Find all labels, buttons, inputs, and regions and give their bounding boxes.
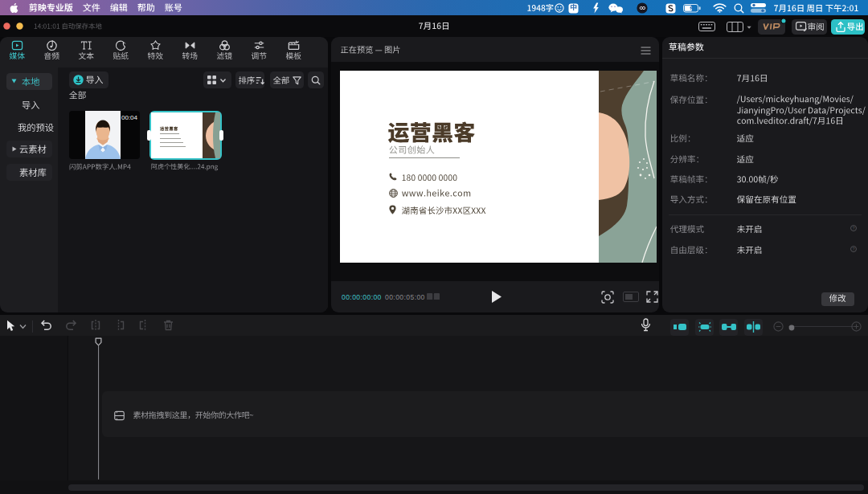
svg-text:?: ? (852, 227, 854, 231)
svg-text:?: ? (852, 247, 854, 251)
